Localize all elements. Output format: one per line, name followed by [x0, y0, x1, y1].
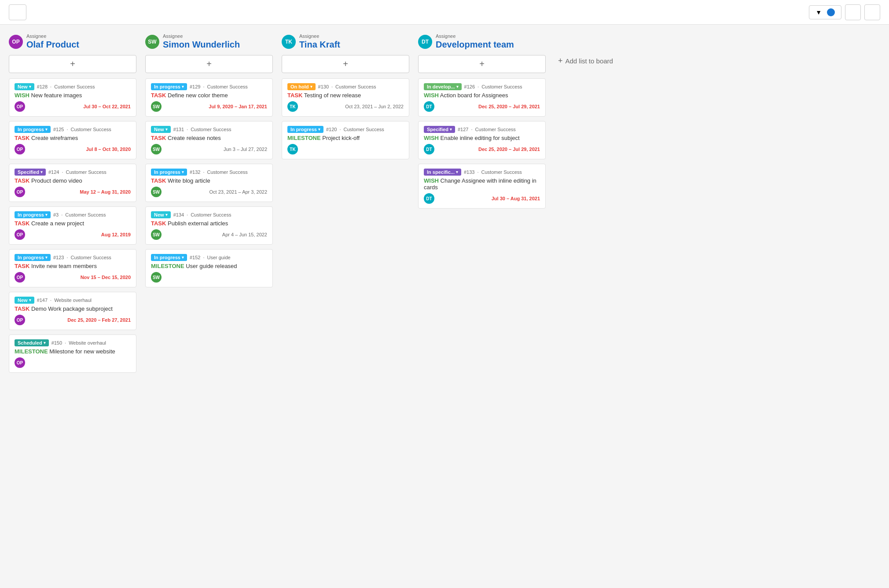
- task-card[interactable]: In progress ▾#152·User guideMILESTONE Us…: [145, 249, 273, 287]
- card-footer: TK: [287, 144, 404, 154]
- card-dates: Nov 15 – Dec 15, 2020: [81, 275, 131, 280]
- header-actions: ▼: [809, 4, 880, 20]
- card-project: User guide: [207, 255, 230, 260]
- card-dates: Jun 3 – Jul 27, 2022: [224, 147, 267, 152]
- card-type: TASK: [151, 135, 166, 141]
- more-button[interactable]: [864, 4, 880, 20]
- avatar: OP: [9, 35, 23, 49]
- assignee-label: Assignee: [163, 33, 240, 39]
- task-card[interactable]: In progress ▾#129·Customer SuccessTASK D…: [145, 78, 273, 117]
- status-badge[interactable]: On hold ▾: [287, 83, 316, 90]
- card-footer: SWJul 9, 2020 – Jan 17, 2021: [151, 101, 267, 112]
- status-badge[interactable]: In progress ▾: [15, 254, 51, 261]
- task-card[interactable]: In progress ▾#3·Customer SuccessTASK Cre…: [9, 206, 136, 245]
- task-card[interactable]: In progress ▾#125·Customer SuccessTASK C…: [9, 121, 136, 159]
- card-type: TASK: [151, 92, 166, 99]
- card-meta: New ▾#147·Website overhaul: [15, 297, 131, 304]
- column-header-simon: SWAssigneeSimon Wunderlich: [145, 33, 273, 50]
- card-title: MILESTONE Milestone for new website: [15, 348, 131, 355]
- task-card[interactable]: In progress ▾#120·Customer SuccessMILEST…: [282, 121, 409, 159]
- assignee-name-wrap: AssigneeOlaf Product: [26, 33, 79, 50]
- card-avatar: OP: [15, 357, 25, 368]
- task-card[interactable]: New ▾#128·Customer SuccessWISH New featu…: [9, 78, 136, 117]
- status-badge[interactable]: New ▾: [151, 126, 171, 133]
- task-card[interactable]: Specified ▾#127·Customer SuccessWISH Ena…: [418, 121, 546, 159]
- status-badge[interactable]: New ▾: [151, 211, 171, 218]
- task-card[interactable]: Specified ▾#124·Customer SuccessTASK Pro…: [9, 164, 136, 202]
- add-card-button[interactable]: +: [9, 55, 136, 73]
- expand-button[interactable]: [845, 4, 861, 20]
- card-meta: On hold ▾#130·Customer Success: [287, 83, 404, 90]
- task-card[interactable]: On hold ▾#130·Customer SuccessTASK Testi…: [282, 78, 409, 117]
- task-card[interactable]: In progress ▾#123·Customer SuccessTASK I…: [9, 249, 136, 287]
- card-avatar: SW: [151, 101, 162, 112]
- column-header-devteam: DTAssigneeDevelopment team: [418, 33, 546, 50]
- card-id: #124: [48, 169, 59, 175]
- status-badge[interactable]: In progress ▾: [15, 211, 51, 218]
- card-type: WISH: [424, 135, 439, 141]
- status-badge[interactable]: New ▾: [15, 297, 34, 304]
- status-badge[interactable]: In progress ▾: [151, 169, 187, 176]
- card-footer: DTJul 30 – Aug 31, 2021: [424, 193, 540, 204]
- status-badge[interactable]: In progress ▾: [151, 83, 187, 90]
- add-card-button[interactable]: +: [145, 55, 273, 73]
- card-dates: Oct 23, 2021 – Apr 3, 2022: [209, 189, 267, 195]
- card-type: TASK: [15, 177, 29, 184]
- card-type: TASK: [151, 220, 166, 227]
- status-badge[interactable]: Scheduled ▾: [15, 339, 49, 346]
- card-id: #120: [326, 127, 337, 132]
- task-card[interactable]: New ▾#134·Customer SuccessTASK Publish e…: [145, 206, 273, 245]
- card-id: #127: [458, 127, 468, 132]
- assignee-name: Olaf Product: [26, 40, 79, 50]
- status-badge[interactable]: In develop... ▾: [424, 83, 462, 90]
- back-button[interactable]: [9, 4, 26, 20]
- status-badge[interactable]: Specified ▾: [15, 169, 46, 176]
- card-avatar: TK: [287, 144, 298, 154]
- task-card[interactable]: New ▾#147·Website overhaulTASK Demo Work…: [9, 292, 136, 330]
- card-project: Customer Success: [475, 127, 515, 132]
- task-card[interactable]: New ▾#131·Customer SuccessTASK Create re…: [145, 121, 273, 159]
- dropdown-arrow-icon: ▾: [45, 127, 48, 132]
- card-meta: New ▾#134·Customer Success: [151, 211, 267, 218]
- add-list-button[interactable]: + Add list to board: [555, 53, 617, 69]
- card-separator: ·: [203, 169, 204, 175]
- status-badge[interactable]: In progress ▾: [287, 126, 323, 133]
- card-meta: Specified ▾#124·Customer Success: [15, 169, 131, 176]
- add-card-button[interactable]: +: [282, 55, 409, 73]
- card-footer: OP: [15, 357, 131, 368]
- card-separator: ·: [61, 212, 62, 217]
- card-avatar: OP: [15, 187, 25, 197]
- card-meta: In progress ▾#120·Customer Success: [287, 126, 404, 133]
- task-card[interactable]: In progress ▾#132·Customer SuccessTASK W…: [145, 164, 273, 202]
- card-id: #130: [318, 84, 329, 89]
- task-card[interactable]: Scheduled ▾#150·Website overhaulMILESTON…: [9, 334, 136, 373]
- status-badge[interactable]: Specified ▾: [424, 126, 455, 133]
- status-badge[interactable]: New ▾: [15, 83, 34, 90]
- card-id: #132: [190, 169, 200, 175]
- card-type: WISH: [424, 177, 439, 184]
- status-badge[interactable]: In progress ▾: [151, 254, 187, 261]
- card-project: Customer Success: [191, 212, 231, 217]
- card-separator: ·: [66, 255, 68, 260]
- card-project: Website overhaul: [54, 298, 92, 303]
- filter-button[interactable]: ▼: [809, 5, 841, 19]
- add-card-button[interactable]: +: [418, 55, 546, 73]
- card-meta: In progress ▾#132·Customer Success: [151, 169, 267, 176]
- card-meta: In progress ▾#123·Customer Success: [15, 254, 131, 261]
- status-badge[interactable]: In progress ▾: [15, 126, 51, 133]
- avatar: TK: [282, 35, 296, 49]
- card-id: #125: [53, 127, 64, 132]
- card-type: MILESTONE: [15, 348, 48, 355]
- card-separator: ·: [339, 127, 341, 132]
- dropdown-arrow-icon: ▾: [29, 85, 31, 89]
- card-footer: OPMay 12 – Aug 31, 2020: [15, 187, 131, 197]
- card-title: TASK Testing of new release: [287, 92, 404, 99]
- task-card[interactable]: In develop... ▾#126·Customer SuccessWISH…: [418, 78, 546, 117]
- card-title: TASK Create wireframes: [15, 135, 131, 141]
- card-type: WISH: [424, 92, 439, 99]
- dropdown-arrow-icon: ▾: [182, 255, 184, 260]
- status-badge[interactable]: In specific... ▾: [424, 169, 461, 176]
- task-card[interactable]: In specific... ▾#133·Customer SuccessWIS…: [418, 164, 546, 209]
- card-type: TASK: [15, 220, 29, 227]
- card-project: Customer Success: [65, 212, 106, 217]
